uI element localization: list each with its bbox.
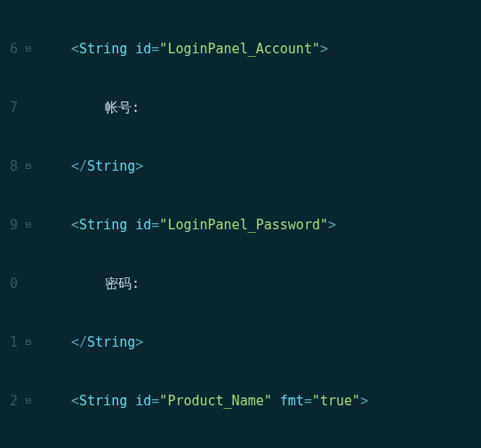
code-editor[interactable]: 6⊟<String id="LoginPanel_Account"> 7帐号: …: [0, 0, 481, 448]
line-number: 1: [0, 332, 21, 352]
code-text: <String id="Product_Name" fmt="true">: [36, 391, 481, 411]
code-line[interactable]: 6⊟<String id="LoginPanel_Account">: [0, 39, 481, 59]
code-text: 密码:: [36, 274, 481, 293]
line-number: 8: [0, 156, 21, 176]
fold-icon: [21, 98, 36, 117]
code-line[interactable]: 9⊟<String id="LoginPanel_Password">: [0, 215, 481, 235]
code-line[interactable]: 8⊟</String>: [0, 156, 481, 176]
code-text: <String id="LoginPanel_Password">: [36, 215, 481, 235]
code-line[interactable]: 1⊟</String>: [0, 332, 481, 352]
code-area[interactable]: 6⊟<String id="LoginPanel_Account"> 7帐号: …: [0, 0, 481, 448]
fold-icon[interactable]: ⊟: [21, 156, 36, 176]
code-line[interactable]: 2⊟<String id="Product_Name" fmt="true">: [0, 391, 481, 411]
fold-icon: [21, 274, 36, 293]
fold-icon[interactable]: ⊟: [21, 391, 36, 411]
code-text: </String>: [36, 156, 481, 176]
fold-icon[interactable]: ⊟: [21, 39, 36, 59]
line-number: 9: [0, 215, 21, 235]
code-line[interactable]: 7帐号:: [0, 98, 481, 117]
code-text: 帐号:: [36, 98, 481, 117]
code-text: </String>: [36, 332, 481, 352]
line-number: 6: [0, 39, 21, 59]
line-number: 7: [0, 98, 21, 117]
code-text: <String id="LoginPanel_Account">: [36, 39, 481, 59]
fold-icon[interactable]: ⊟: [21, 332, 36, 352]
line-number: 2: [0, 391, 21, 411]
line-number: 0: [0, 274, 21, 293]
fold-icon[interactable]: ⊟: [21, 215, 36, 235]
code-line[interactable]: 0密码:: [0, 274, 481, 293]
